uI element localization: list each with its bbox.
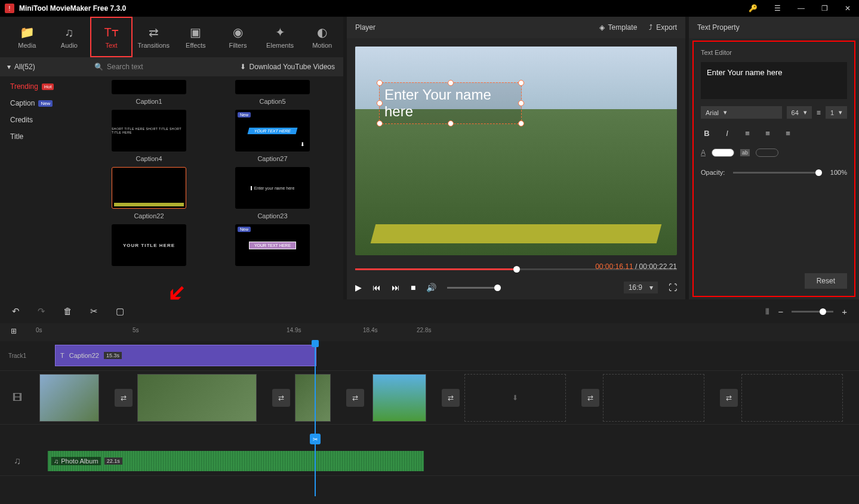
resize-handle[interactable] xyxy=(377,80,383,86)
thumb-extra1[interactable]: YOUR TITLE HERE xyxy=(96,224,202,266)
text-clip[interactable]: T Caption22 15.3s xyxy=(55,345,316,366)
resize-handle[interactable] xyxy=(518,120,524,126)
resize-handle[interactable] xyxy=(518,80,524,86)
zoom-slider[interactable] xyxy=(792,311,833,313)
thumb-caption23[interactable]: Enter your name hereCaption23 xyxy=(220,167,325,219)
stop-button[interactable]: ■ xyxy=(411,283,415,292)
reset-button[interactable]: Reset xyxy=(805,273,847,289)
size-select[interactable]: 64▾ xyxy=(787,106,812,119)
hot-badge: Hot xyxy=(42,84,54,90)
align-right-button[interactable]: ≡ xyxy=(782,127,794,139)
aspect-select[interactable]: 16:9▾ xyxy=(624,282,658,293)
highlight-color-swatch[interactable] xyxy=(756,149,778,157)
transition-slot[interactable]: ⇄ xyxy=(346,389,364,407)
video-clip[interactable] xyxy=(137,374,257,422)
thumb-caption22[interactable]: Caption22 xyxy=(96,167,202,219)
fullscreen-button[interactable]: ⛶ xyxy=(669,283,677,292)
category-trending[interactable]: TrendingHot xyxy=(10,82,78,91)
empty-slot[interactable] xyxy=(741,374,843,422)
opacity-label: Opacity: xyxy=(701,169,725,176)
category-credits[interactable]: Credits xyxy=(10,116,78,124)
thumb-caption1[interactable]: Caption1 xyxy=(96,80,202,105)
thumb-caption5[interactable]: Caption5 xyxy=(220,80,325,105)
empty-slot[interactable] xyxy=(603,374,704,422)
resize-handle[interactable] xyxy=(448,120,454,126)
playhead[interactable] xyxy=(315,341,316,496)
text-color-icon[interactable]: A xyxy=(701,149,706,157)
category-title[interactable]: Title xyxy=(10,132,78,141)
delete-button[interactable]: 🗑 xyxy=(63,306,72,317)
template-button[interactable]: ◈Template xyxy=(599,23,638,32)
resize-handle[interactable] xyxy=(377,120,383,126)
thumb-extra2[interactable]: NewYOUR TEXT HERE xyxy=(220,224,325,266)
italic-button[interactable]: I xyxy=(721,127,733,139)
transition-slot[interactable]: ⇄ xyxy=(115,389,133,407)
zoom-in-button[interactable]: + xyxy=(842,307,847,317)
crop-button[interactable]: ▢ xyxy=(116,306,124,317)
tab-text[interactable]: TᴛText xyxy=(90,17,133,57)
add-track-button[interactable]: ⊞ xyxy=(11,327,17,335)
app-icon: ! xyxy=(5,4,14,13)
maximize-button[interactable]: ❐ xyxy=(818,3,832,14)
snap-icon[interactable]: ⫴ xyxy=(765,306,769,317)
volume-icon[interactable]: 🔊 xyxy=(426,283,436,292)
tab-effects[interactable]: ▣Effects xyxy=(175,17,217,57)
text-overlay[interactable]: Enter Your name here xyxy=(379,82,522,124)
split-button[interactable]: ✂ xyxy=(90,306,98,317)
video-clip[interactable] xyxy=(39,374,99,422)
align-center-button[interactable]: ≡ xyxy=(762,127,774,139)
resize-handle[interactable] xyxy=(448,80,454,86)
resize-handle[interactable] xyxy=(518,100,524,106)
text-input[interactable] xyxy=(701,62,847,99)
download-icon: ⬇ xyxy=(240,63,246,71)
resize-handle[interactable] xyxy=(377,100,383,106)
tab-transitions[interactable]: ⇄Transitions xyxy=(133,17,175,57)
tab-media[interactable]: 📁Media xyxy=(6,17,48,57)
seek-slider[interactable]: 00:00:16.11 / 00:00:22.21 xyxy=(355,264,677,276)
key-icon[interactable]: 🔑 xyxy=(745,3,761,14)
download-youtube[interactable]: ⬇Download YouTube Videos xyxy=(232,63,343,71)
export-button[interactable]: ⤴Export xyxy=(649,23,677,32)
text-color-swatch[interactable] xyxy=(712,149,734,157)
search-input[interactable]: 🔍Search text xyxy=(88,63,232,71)
opacity-value: 100% xyxy=(830,169,847,176)
empty-slot[interactable]: ⬇ xyxy=(464,374,566,422)
video-clip[interactable] xyxy=(295,374,331,422)
zoom-out-button[interactable]: − xyxy=(778,307,783,317)
play-button[interactable]: ▶ xyxy=(355,283,362,292)
music-icon: ♫ xyxy=(14,456,21,466)
chevron-down-icon: ▾ xyxy=(723,109,727,116)
timeline-ruler[interactable]: ⊞ 0s 5s 14.9s 18.4s 22.8s xyxy=(0,323,859,341)
chevron-down-icon: ▾ xyxy=(803,109,807,116)
transition-slot[interactable]: ⇄ xyxy=(442,389,460,407)
thumb-caption4[interactable]: SHORT TITLE HERE SHORT TITLE SHORT TITLE… xyxy=(96,110,202,162)
tab-filters[interactable]: ◉Filters xyxy=(217,17,259,57)
prev-button[interactable]: ⏮ xyxy=(372,283,381,292)
video-clip[interactable] xyxy=(372,374,426,422)
opacity-slider[interactable] xyxy=(733,172,822,174)
category-caption[interactable]: CaptionNew xyxy=(10,99,78,107)
align-left-button[interactable]: ≡ xyxy=(741,127,753,139)
volume-slider[interactable] xyxy=(447,287,501,289)
undo-button[interactable]: ↶ xyxy=(12,306,20,317)
scissors-marker[interactable]: ✂ xyxy=(310,434,321,444)
transition-slot[interactable]: ⇄ xyxy=(581,389,599,407)
tab-elements[interactable]: ✦Elements xyxy=(259,17,301,57)
line-select[interactable]: 1▾ xyxy=(826,106,847,119)
minimize-button[interactable]: — xyxy=(794,3,808,14)
font-select[interactable]: Arial▾ xyxy=(701,106,782,119)
bold-button[interactable]: B xyxy=(701,127,713,139)
redo-button[interactable]: ↷ xyxy=(38,306,45,317)
menu-icon[interactable]: ☰ xyxy=(771,3,784,14)
library-all[interactable]: ▾All(52) xyxy=(0,63,88,71)
highlight-icon[interactable]: ab xyxy=(740,149,750,156)
next-button[interactable]: ⏭ xyxy=(392,283,400,292)
tab-audio[interactable]: ♫Audio xyxy=(48,17,91,57)
transition-slot[interactable]: ⇄ xyxy=(272,389,290,407)
close-button[interactable]: ✕ xyxy=(841,3,854,14)
transition-slot[interactable]: ⇄ xyxy=(720,389,738,407)
tab-motion[interactable]: ◐Motion xyxy=(301,17,343,57)
thumb-caption27[interactable]: NewYOUR TEXT HERE⬇Caption27 xyxy=(220,110,325,162)
preview-viewport[interactable]: Enter Your name here xyxy=(355,47,677,255)
audio-clip[interactable]: ♫Photo Album 22.1s xyxy=(48,451,424,471)
